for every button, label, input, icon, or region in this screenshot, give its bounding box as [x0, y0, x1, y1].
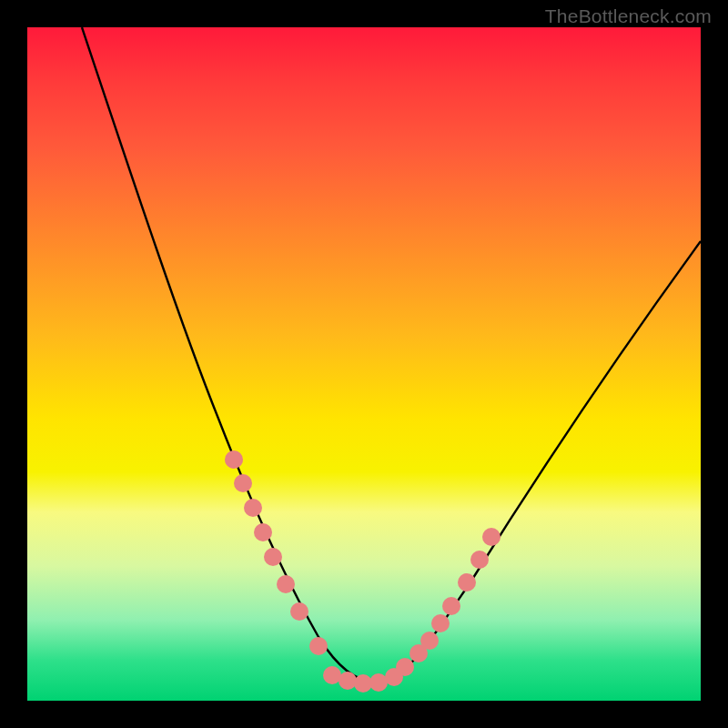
marker-dot — [225, 450, 243, 469]
marker-dot — [309, 637, 328, 655]
watermark: TheBottleneck.com — [545, 5, 712, 27]
marker-dot — [396, 658, 414, 676]
marker-dot — [442, 597, 460, 615]
bottleneck-curve — [82, 27, 701, 682]
marker-dot — [354, 674, 372, 693]
marker-group-right — [396, 528, 500, 676]
marker-dot — [470, 551, 489, 569]
marker-group-bottom — [323, 666, 403, 693]
marker-dot — [234, 474, 252, 492]
marker-dot — [244, 499, 262, 517]
marker-dot — [420, 632, 439, 650]
chart-svg — [27, 27, 701, 701]
marker-dot — [431, 614, 450, 632]
marker-dot — [482, 528, 500, 546]
marker-dot — [264, 548, 282, 566]
marker-dot — [369, 673, 388, 692]
marker-dot — [254, 523, 272, 541]
marker-dot — [458, 573, 476, 592]
chart-area — [27, 27, 701, 701]
marker-dot — [339, 672, 357, 690]
marker-dot — [323, 666, 341, 684]
marker-dot — [290, 602, 308, 621]
marker-dot — [277, 575, 295, 593]
